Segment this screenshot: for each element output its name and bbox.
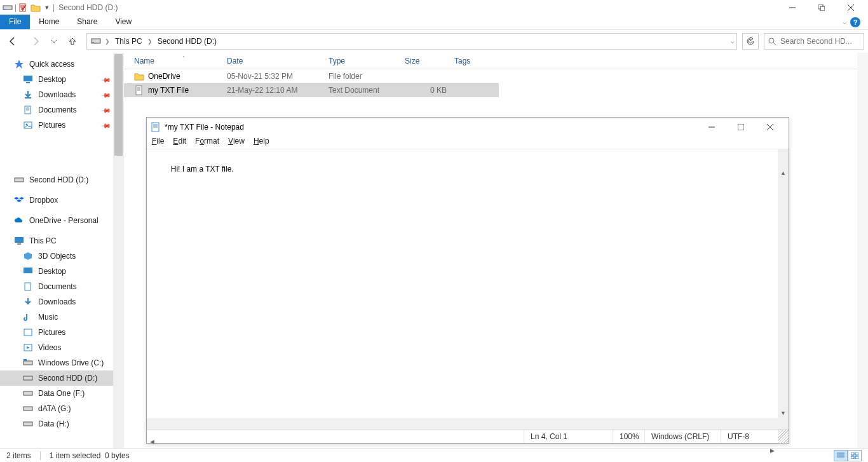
list-scrollbar[interactable] [857,53,868,448]
nav-pictures[interactable]: Pictures📌 [0,118,124,133]
pin-icon: 📌 [101,74,111,85]
address-bar[interactable]: ❯ This PC ❯ Second HDD (D:) ⌵ [86,33,737,50]
nav-downloads[interactable]: Downloads📌 [0,87,124,102]
chevron-right-icon[interactable]: ❯ [147,38,153,44]
column-type[interactable]: Type [325,57,401,65]
nav-data-g[interactable]: dATA (G:) [0,401,124,416]
notepad-menu-edit[interactable]: Edit [173,137,186,149]
nav-windows-drive[interactable]: Windows Drive (C:) [0,355,124,370]
nav-desktop[interactable]: Desktop📌 [0,72,124,87]
nav-second-hdd-top[interactable]: Second HDD (D:) [0,172,124,187]
svg-rect-43 [855,452,858,455]
notepad-menu-view[interactable]: View [228,137,245,149]
thumbnails-view-button[interactable] [848,450,862,461]
qat-folder-icon[interactable] [31,3,41,13]
ribbon-tab-home[interactable]: Home [30,15,68,29]
maximize-button[interactable] [807,0,836,15]
svg-rect-29 [24,361,32,365]
nav-documents[interactable]: Documents📌 [0,102,124,118]
notepad-maximize-button[interactable] [726,118,756,137]
chevron-right-icon[interactable]: ❯ [105,38,110,44]
nav-data-one[interactable]: Data One (F:) [0,386,124,401]
nav-label: Windows Drive (C:) [38,358,104,367]
nav-data-h[interactable]: Data (H:) [0,416,124,431]
nav-second-hdd[interactable]: Second HDD (D:) [0,370,124,386]
pin-icon: 📌 [101,90,111,100]
drive-icon [23,419,33,429]
nav-pc-downloads[interactable]: Downloads [0,294,124,309]
notepad-text-area[interactable]: Hi! I am a TXT file. ▲ ▼ ◀ ▶ [147,149,789,429]
notepad-titlebar[interactable]: *my TXT File - Notepad [147,118,789,137]
ribbon-tab-view[interactable]: View [106,15,140,29]
scroll-left-icon[interactable]: ◀ [147,436,158,447]
scroll-up-icon[interactable]: ▲ [778,167,789,178]
svg-rect-26 [24,329,32,336]
notepad-menu-file[interactable]: File [152,137,164,149]
file-size: 0 KB [401,86,451,95]
nav-3d-objects[interactable]: 3D Objects [0,248,124,264]
svg-rect-42 [851,452,854,455]
notepad-status-lineend: Windows (CRLF) [644,430,721,443]
qat-divider: | [15,3,17,12]
column-date[interactable]: Date [223,57,325,65]
notepad-menu-format[interactable]: Format [195,137,219,149]
file-row-onedrive[interactable]: OneDrive 05-Nov-21 5:32 PM File folder [124,69,499,83]
scroll-right-icon[interactable]: ▶ [767,445,778,456]
drive-icon [23,373,33,383]
ribbon-tab-share[interactable]: Share [68,15,106,29]
notepad-minimize-button[interactable] [697,118,726,137]
explorer-titlebar: | ▼ | Second HDD (D:) [0,0,868,15]
search-box[interactable]: Search Second HD... [764,33,864,50]
address-dropdown-icon[interactable]: ⌵ [731,38,734,44]
notepad-scrollbar-vertical[interactable]: ▲ ▼ [778,149,789,418]
pictures-icon [23,120,33,130]
nav-dropbox[interactable]: Dropbox [0,193,124,208]
nav-onedrive[interactable]: OneDrive - Personal [0,213,124,228]
nav-label: Downloads [38,297,76,306]
drive-icon [14,175,24,185]
back-button[interactable] [4,32,22,50]
scroll-down-icon[interactable]: ▼ [778,407,789,418]
drive-icon [23,404,33,414]
nav-label: Data (H:) [38,419,69,428]
qat-properties-icon[interactable] [18,3,29,13]
forward-button[interactable] [27,32,44,50]
nav-quick-access[interactable]: Quick access [0,57,124,72]
qat-dropdown-icon[interactable]: ▼ [43,4,51,11]
up-button[interactable] [64,32,81,50]
close-button[interactable] [836,0,865,15]
minimize-button[interactable] [778,0,807,15]
nav-pc-music[interactable]: Music [0,309,124,325]
ribbon-tab-file[interactable]: File [0,15,30,29]
explorer-statusbar: 2 items 1 item selected 0 bytes [0,448,868,462]
breadcrumb-this-pc[interactable]: This PC [112,36,145,47]
column-name[interactable]: Name˄ [130,57,223,65]
notepad-statusbar-grip[interactable] [778,430,789,444]
notepad-resize-grip[interactable] [778,418,789,429]
nav-this-pc[interactable]: This PC [0,233,124,248]
nav-label: Desktop [38,267,66,276]
nav-label: Documents [38,282,77,291]
details-view-button[interactable] [834,450,848,461]
notepad-scrollbar-horizontal[interactable]: ◀ ▶ [147,418,778,429]
file-date: 05-Nov-21 5:32 PM [223,72,325,81]
column-size[interactable]: Size [401,57,451,65]
notepad-menu-help[interactable]: Help [254,137,269,149]
refresh-button[interactable] [742,33,759,50]
ribbon-collapse-icon[interactable]: ⌵ [843,18,846,25]
nav-label: Music [38,313,58,322]
file-row-mytxt[interactable]: my TXT File 21-May-22 12:10 AM Text Docu… [124,83,499,97]
notepad-close-button[interactable] [756,118,785,137]
nav-pc-desktop[interactable]: Desktop [0,264,124,279]
svg-rect-44 [851,456,854,459]
recent-locations-button[interactable] [50,32,58,50]
breadcrumb-current[interactable]: Second HDD (D:) [155,36,219,47]
nav-pc-pictures[interactable]: Pictures [0,325,124,340]
column-tags[interactable]: Tags [451,57,501,65]
nav-label: OneDrive - Personal [29,216,98,225]
nav-pc-documents[interactable]: Documents [0,279,124,294]
help-icon[interactable]: ? [850,17,860,27]
nav-scrollbar[interactable] [113,53,124,448]
nav-pc-videos[interactable]: Videos [0,340,124,355]
notepad-window: *my TXT File - Notepad File Edit Format … [146,117,789,444]
